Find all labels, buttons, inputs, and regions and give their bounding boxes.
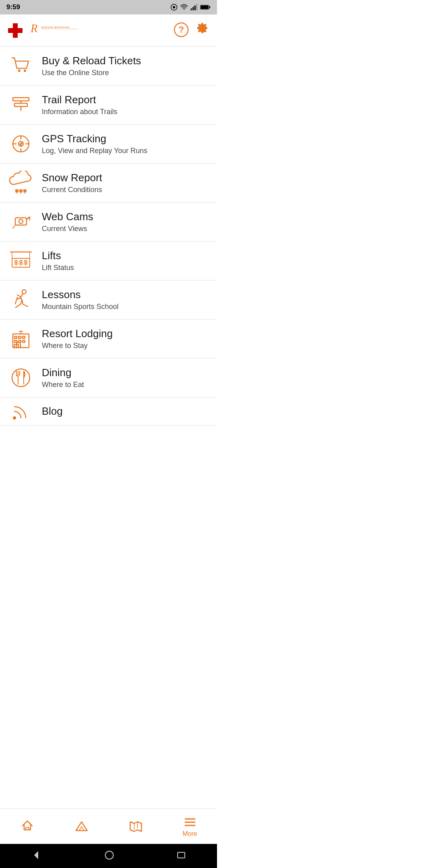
svg-point-2 <box>184 9 184 10</box>
menu-item-lessons[interactable]: Lessons Mountain Sports School <box>0 280 217 319</box>
menu-text-gps: GPS Tracking Log, View and Replay Your R… <box>42 133 147 155</box>
menu-text-dining: Dining Where to Eat <box>42 366 84 389</box>
menu-item-lifts[interactable]: Lifts Lift Status <box>0 242 217 280</box>
help-button[interactable]: ? <box>174 22 189 39</box>
menu-item-webcams[interactable]: Web Cams Current Views <box>0 203 217 242</box>
battery-icon <box>200 4 211 10</box>
menu-text-webcams: Web Cams Current Views <box>42 211 93 233</box>
menu-item-resort-lodging[interactable]: Resort Lodging Where to Stay <box>0 319 217 358</box>
svg-line-42 <box>27 217 30 219</box>
status-bar: 9:59 <box>0 0 217 14</box>
svg-point-60 <box>22 290 26 294</box>
lodging-icon <box>6 327 35 351</box>
menu-item-trail-report[interactable]: Trail Report Information about Trails <box>0 86 217 125</box>
svg-point-18 <box>24 70 26 72</box>
settings-button[interactable] <box>195 22 211 39</box>
lift-icon <box>6 249 35 273</box>
menu-item-dining[interactable]: Dining Where to Eat <box>0 358 217 397</box>
svg-rect-41 <box>15 218 27 225</box>
signal-icon <box>190 4 198 11</box>
svg-rect-70 <box>23 340 25 342</box>
gps-icon <box>6 132 35 156</box>
svg-point-1 <box>173 6 175 8</box>
svg-point-17 <box>18 70 20 72</box>
menu-item-blog[interactable]: Blog <box>0 397 217 426</box>
menu-item-gps-tracking[interactable]: GPS Tracking Log, View and Replay Your R… <box>0 125 217 164</box>
header-right: ? <box>174 22 211 39</box>
cart-icon <box>6 54 35 78</box>
status-icons <box>170 4 211 11</box>
svg-point-54 <box>25 260 27 263</box>
svg-rect-69 <box>18 340 21 342</box>
menu-text-lifts: Lifts Lift Status <box>42 250 74 272</box>
main-content: Buy & Reload Tickets Use the Online Stor… <box>0 47 217 485</box>
red-cross-icon <box>6 22 24 39</box>
svg-rect-6 <box>196 4 197 10</box>
svg-rect-8 <box>201 6 209 9</box>
menu-text-trail-report: Trail Report Information about Trails <box>42 94 117 116</box>
snow-icon <box>6 171 35 195</box>
svg-text:RAGGED MOUNTAIN: RAGGED MOUNTAIN <box>41 26 70 29</box>
ski-icon <box>6 288 35 312</box>
menu-text-lessons: Lessons Mountain Sports School <box>42 289 119 311</box>
menu-text-buy-tickets: Buy & Reload Tickets Use the Online Stor… <box>42 55 141 77</box>
svg-rect-68 <box>14 340 17 342</box>
camera-icon <box>6 210 35 234</box>
svg-rect-66 <box>18 336 21 338</box>
svg-line-44 <box>13 225 15 228</box>
header-left: R RAGGED MOUNTAIN <box>6 19 95 42</box>
header: R RAGGED MOUNTAIN ? <box>0 14 217 47</box>
wifi-icon <box>180 4 188 11</box>
trail-icon <box>6 93 35 117</box>
sim-icon <box>170 4 178 11</box>
svg-line-62 <box>15 297 17 304</box>
svg-point-45 <box>19 219 23 223</box>
svg-text:R: R <box>31 22 38 35</box>
svg-point-51 <box>20 260 22 263</box>
svg-text:?: ? <box>178 25 184 35</box>
status-time: 9:59 <box>6 3 20 11</box>
blog-icon <box>6 399 35 424</box>
menu-item-buy-tickets[interactable]: Buy & Reload Tickets Use the Online Stor… <box>0 47 217 86</box>
svg-rect-9 <box>209 6 210 8</box>
svg-rect-4 <box>192 7 194 10</box>
menu-text-lodging: Resort Lodging Where to Stay <box>42 328 113 350</box>
svg-point-48 <box>15 260 17 263</box>
menu-text-snow: Snow Report Current Conditions <box>42 172 102 194</box>
svg-rect-65 <box>14 336 17 338</box>
svg-rect-67 <box>23 336 25 338</box>
svg-point-73 <box>12 369 30 387</box>
menu-text-blog: Blog <box>42 405 63 418</box>
svg-rect-3 <box>191 8 192 10</box>
svg-rect-5 <box>194 6 196 10</box>
dining-icon <box>6 366 35 390</box>
svg-line-61 <box>18 298 21 299</box>
svg-rect-11 <box>8 28 23 33</box>
svg-point-78 <box>13 416 16 420</box>
logo: R RAGGED MOUNTAIN <box>31 19 95 42</box>
logo-icon: R RAGGED MOUNTAIN <box>31 19 95 42</box>
menu-item-snow-report[interactable]: Snow Report Current Conditions <box>0 164 217 203</box>
